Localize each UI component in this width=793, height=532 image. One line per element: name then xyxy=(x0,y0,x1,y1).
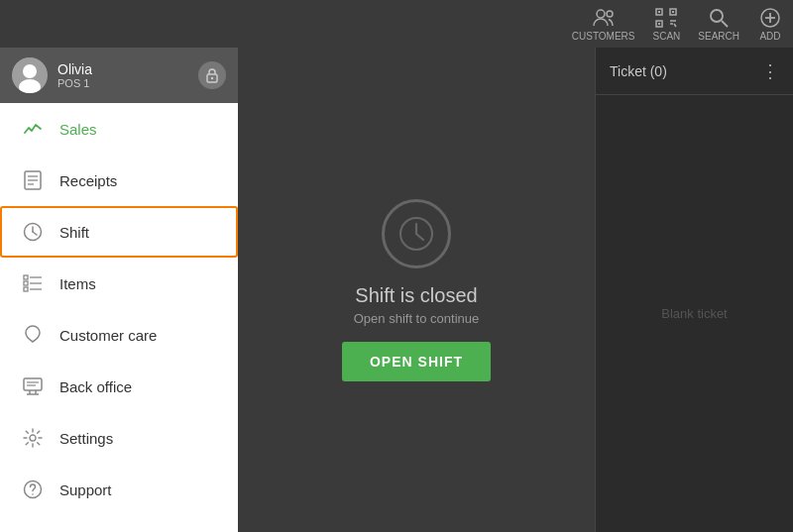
svg-rect-28 xyxy=(24,275,28,279)
sidebar-item-sales[interactable]: Sales xyxy=(0,103,238,155)
svg-point-20 xyxy=(211,77,213,79)
content-area: Shift is closed Open shift to continue O… xyxy=(238,48,793,532)
sales-label: Sales xyxy=(59,121,97,138)
sidebar-item-settings[interactable]: Settings xyxy=(0,412,238,464)
svg-point-40 xyxy=(30,435,36,441)
receipts-icon xyxy=(22,169,44,191)
svg-rect-5 xyxy=(658,11,660,13)
blank-ticket-area: Blank ticket xyxy=(596,95,793,532)
customers-label: CUSTOMERS xyxy=(572,31,635,42)
user-info: Olivia POS 1 xyxy=(57,61,188,89)
right-panel: Ticket (0) ⋮ Blank ticket xyxy=(595,48,793,532)
svg-rect-7 xyxy=(658,23,660,25)
sidebar-nav: Sales Receipts xyxy=(0,103,238,532)
shift-text-block: Shift is closed Open shift to continue xyxy=(354,284,479,326)
search-action[interactable]: SEARCH xyxy=(698,7,739,42)
shift-closed-icon xyxy=(382,199,451,268)
svg-point-11 xyxy=(711,10,723,22)
top-bar: CUSTOMERS SCAN xyxy=(0,0,793,48)
sidebar: Olivia POS 1 Sales xyxy=(0,48,238,532)
svg-point-42 xyxy=(32,493,34,495)
svg-line-27 xyxy=(33,232,37,235)
svg-rect-34 xyxy=(24,378,42,390)
support-icon xyxy=(22,479,44,500)
user-pos: POS 1 xyxy=(57,77,188,89)
svg-point-17 xyxy=(23,64,37,78)
settings-label: Settings xyxy=(59,430,113,447)
shift-closed-subtitle: Open shift to continue xyxy=(354,311,479,326)
back-office-icon xyxy=(22,375,44,397)
add-label: ADD xyxy=(759,31,780,42)
svg-line-10 xyxy=(674,24,676,27)
lock-button[interactable] xyxy=(198,61,226,89)
ticket-menu-button[interactable]: ⋮ xyxy=(761,60,779,82)
support-label: Support xyxy=(59,481,112,498)
sidebar-item-customer-care[interactable]: Customer care xyxy=(0,309,238,361)
main-layout: Olivia POS 1 Sales xyxy=(0,48,793,532)
avatar xyxy=(12,57,48,93)
ticket-title: Ticket (0) xyxy=(610,63,667,79)
customers-icon xyxy=(591,7,617,29)
back-office-label: Back office xyxy=(59,378,132,395)
sidebar-item-back-office[interactable]: Back office xyxy=(0,361,238,412)
open-shift-button[interactable]: OPEN SHIFT xyxy=(342,342,491,381)
sidebar-item-support[interactable]: Support xyxy=(0,464,238,515)
svg-rect-30 xyxy=(24,281,28,285)
scan-action[interactable]: SCAN xyxy=(653,7,681,42)
shift-label: Shift xyxy=(59,224,89,241)
sales-icon xyxy=(22,118,44,140)
user-name: Olivia xyxy=(57,61,188,77)
add-icon xyxy=(757,7,783,29)
customers-action[interactable]: CUSTOMERS xyxy=(572,7,635,42)
items-icon xyxy=(22,272,44,294)
receipts-label: Receipts xyxy=(59,172,117,189)
svg-rect-32 xyxy=(24,287,28,291)
shift-closed-title: Shift is closed xyxy=(354,284,479,307)
svg-point-1 xyxy=(607,11,613,17)
ticket-header: Ticket (0) ⋮ xyxy=(596,48,793,95)
svg-line-45 xyxy=(416,234,423,240)
search-icon xyxy=(706,7,732,29)
sidebar-item-receipts[interactable]: Receipts xyxy=(0,155,238,206)
customer-care-icon xyxy=(22,324,44,346)
add-action[interactable]: ADD xyxy=(757,7,783,42)
svg-rect-6 xyxy=(672,11,674,13)
blank-ticket-label: Blank ticket xyxy=(661,306,727,321)
settings-icon xyxy=(22,427,44,449)
top-bar-actions: CUSTOMERS SCAN xyxy=(572,7,783,42)
scan-icon xyxy=(653,7,679,29)
sidebar-item-items[interactable]: Items xyxy=(0,258,238,309)
shift-icon xyxy=(22,221,44,243)
main-content: Shift is closed Open shift to continue O… xyxy=(238,48,595,532)
items-label: Items xyxy=(59,275,96,292)
scan-label: SCAN xyxy=(653,31,681,42)
svg-point-0 xyxy=(597,10,605,18)
svg-line-12 xyxy=(722,21,728,27)
sidebar-item-shift[interactable]: Shift xyxy=(0,206,238,258)
customer-care-label: Customer care xyxy=(59,327,157,344)
search-label: SEARCH xyxy=(698,31,739,42)
sidebar-header: Olivia POS 1 xyxy=(0,48,238,103)
